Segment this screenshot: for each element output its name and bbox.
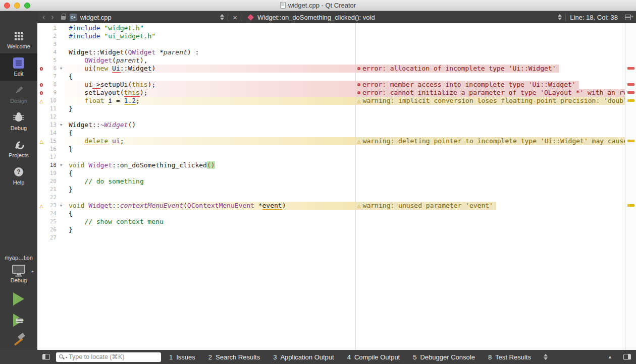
warning-ruler-mark[interactable]	[627, 140, 634, 142]
code-line[interactable]: 20 // do something	[37, 177, 625, 186]
symbol-dropdown[interactable]: Widget::on_doSomething_clicked(): void	[242, 14, 554, 21]
code-line[interactable]: 6▼ ui(new Ui::Widget)error: allocation o…	[37, 65, 625, 73]
fold-marker-icon[interactable]: ▼	[58, 202, 65, 210]
go-back-button[interactable]: ‹	[39, 12, 48, 22]
code-line[interactable]: △23▼void Widget::contextMenuEvent(QConte…	[37, 202, 625, 210]
code-line[interactable]: 12	[37, 113, 625, 121]
code-content[interactable]: void Widget::contextMenuEvent(QContextMe…	[65, 202, 625, 210]
kit-selector-button[interactable]: ▸ Debug	[11, 265, 27, 283]
maximize-output-pane-button[interactable]: ▲	[608, 354, 612, 359]
code-line[interactable]: 3	[37, 40, 625, 48]
code-line[interactable]: 17	[37, 153, 625, 161]
code-content[interactable]: }	[65, 105, 625, 113]
sidebar-mode-edit[interactable]: Edit	[0, 53, 37, 81]
code-content[interactable]: ui(new Ui::Widget)error: allocation of i…	[65, 65, 625, 73]
code-content[interactable]: void Widget::on_doSomething_clicked()	[65, 161, 625, 169]
code-line[interactable]: 5 QWidget(parent),	[37, 56, 625, 65]
code-line[interactable]: 27	[37, 234, 625, 242]
locator-input[interactable]	[69, 353, 158, 360]
code-content[interactable]: // show context menu	[65, 218, 625, 226]
error-marker-icon[interactable]	[37, 65, 45, 73]
code-line[interactable]: 16}	[37, 145, 625, 153]
code-content[interactable]: delete ui;△warning: deleting pointer to …	[65, 137, 625, 145]
editor-viewport[interactable]: 1#include "widget.h"2#include "ui_widget…	[37, 23, 625, 350]
code-line[interactable]: △15 delete ui;△warning: deleting pointer…	[37, 137, 625, 145]
code-content[interactable]	[65, 234, 625, 242]
code-content[interactable]	[65, 113, 625, 121]
code-content[interactable]: Widget::~Widget()	[65, 121, 625, 129]
document-list-dropdown-icon[interactable]	[217, 14, 228, 20]
fold-marker-icon[interactable]: ▼	[58, 161, 65, 169]
split-editor-button[interactable]: +	[625, 15, 631, 20]
sidebar-mode-welcome[interactable]: Welcome	[0, 26, 37, 53]
code-line[interactable]: 9 setLayout(this);error: cannot initiali…	[37, 89, 625, 97]
code-line[interactable]: 18▼void Widget::on_doSomething_clicked()	[37, 161, 625, 169]
output-pane-button-issues[interactable]: 1Issues	[169, 353, 195, 361]
code-line[interactable]: 14{	[37, 129, 625, 137]
sidebar-mode-debug[interactable]: Debug	[0, 108, 37, 135]
go-forward-button[interactable]: ›	[48, 12, 57, 22]
warning-marker-icon[interactable]: △	[37, 97, 45, 105]
code-content[interactable]: ui->setupUi(this);error: member access i…	[65, 81, 625, 89]
close-document-button[interactable]: ×	[228, 13, 242, 22]
code-line[interactable]: 19{	[37, 169, 625, 177]
sidebar-mode-design[interactable]: Design	[0, 81, 37, 108]
build-button[interactable]	[12, 334, 25, 347]
code-content[interactable]: #include "ui_widget.h"	[65, 32, 625, 40]
code-content[interactable]: float i = 1.2;△warning: implicit convers…	[65, 97, 625, 105]
warning-marker-icon[interactable]: △	[37, 202, 45, 210]
toggle-left-sidebar-button[interactable]	[42, 354, 50, 360]
code-line[interactable]: 26}	[37, 226, 625, 234]
warning-ruler-mark[interactable]	[627, 204, 634, 207]
code-content[interactable]: setLayout(this);error: cannot initialize…	[65, 89, 625, 97]
code-content[interactable]: }	[65, 186, 625, 194]
overview-ruler[interactable]	[625, 23, 636, 350]
code-line[interactable]: 8 ui->setupUi(this);error: member access…	[37, 81, 625, 89]
code-content[interactable]: QWidget(parent),	[65, 56, 625, 65]
error-ruler-mark[interactable]	[627, 83, 634, 86]
error-marker-icon[interactable]	[37, 81, 45, 89]
symbol-list-dropdown-icon[interactable]	[554, 14, 565, 20]
code-content[interactable]: {	[65, 129, 625, 137]
warning-ruler-mark[interactable]	[627, 99, 634, 102]
code-line[interactable]: 13▼Widget::~Widget()	[37, 121, 625, 129]
output-pane-button-application-output[interactable]: 3Application Output	[273, 353, 334, 361]
start-debugging-button[interactable]	[13, 314, 24, 327]
error-ruler-mark[interactable]	[627, 91, 634, 94]
output-pane-button-compile-output[interactable]: 4Compile Output	[347, 353, 400, 361]
output-pane-button-debugger-console[interactable]: 5Debugger Console	[413, 353, 475, 361]
output-panes-menu-icon[interactable]	[540, 354, 551, 360]
code-line[interactable]: 22	[37, 194, 625, 202]
code-content[interactable]: #include "widget.h"	[65, 24, 625, 32]
sidebar-mode-projects[interactable]: Projects	[0, 135, 37, 162]
open-document-dropdown[interactable]: widget.cpp	[80, 14, 112, 21]
output-pane-button-test-results[interactable]: 8Test Results	[488, 353, 531, 361]
code-line[interactable]: 25 // show context menu	[37, 218, 625, 226]
code-line[interactable]: 24{	[37, 210, 625, 218]
code-line[interactable]: 2#include "ui_widget.h"	[37, 32, 625, 40]
code-content[interactable]: Widget::Widget(QWidget *parent) :	[65, 48, 625, 56]
code-line[interactable]: 21}	[37, 186, 625, 194]
code-content[interactable]: }	[65, 145, 625, 153]
fold-marker-icon[interactable]: ▼	[58, 121, 65, 129]
code-line[interactable]: △10 float i = 1.2;△warning: implicit con…	[37, 97, 625, 105]
locator-field[interactable]: ▾	[56, 352, 161, 362]
error-marker-icon[interactable]	[37, 89, 45, 97]
code-line[interactable]: 4Widget::Widget(QWidget *parent) :	[37, 48, 625, 56]
code-line[interactable]: 1#include "widget.h"	[37, 24, 625, 32]
error-ruler-mark[interactable]	[627, 67, 634, 70]
run-button[interactable]	[13, 292, 24, 306]
code-content[interactable]	[65, 40, 625, 48]
code-content[interactable]: }	[65, 226, 625, 234]
code-content[interactable]	[65, 153, 625, 161]
code-content[interactable]: {	[65, 169, 625, 177]
output-pane-button-search-results[interactable]: 2Search Results	[208, 353, 260, 361]
code-editor[interactable]: 1#include "widget.h"2#include "ui_widget…	[37, 23, 636, 350]
fold-marker-icon[interactable]: ▼	[58, 65, 65, 73]
code-content[interactable]: {	[65, 210, 625, 218]
code-content[interactable]	[65, 194, 625, 202]
code-line[interactable]: 7{	[37, 73, 625, 81]
code-content[interactable]: // do something	[65, 177, 625, 186]
toggle-right-sidebar-button[interactable]	[623, 354, 631, 360]
warning-marker-icon[interactable]: △	[37, 137, 45, 145]
